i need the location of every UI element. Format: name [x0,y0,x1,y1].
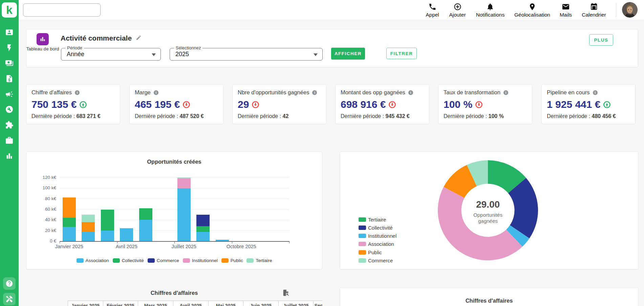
bar-segment-association-fevrier[interactable] [82,232,95,241]
user-avatar[interactable] [622,2,638,18]
periode-select[interactable]: Période Année [61,48,161,61]
invoice-icon [5,74,14,83]
gridline [60,188,289,188]
sidebar-item-bolt[interactable] [0,40,19,55]
x-axis-tick-label: Avril 2025 [103,244,150,249]
sidebar-item-briefcase[interactable] [0,133,19,148]
donut-legend-item-collectivite[interactable]: Collectivité [359,225,393,230]
sidebar-item-invoice[interactable] [0,71,19,86]
help-icon [5,280,13,287]
kpi-card-1: Chiffre d'affairesi750 135 €Dernière pér… [26,84,120,124]
legend-label: Commerce [157,258,179,263]
year-select[interactable]: Sélectionnez 2025 [170,48,323,61]
legend-swatch [359,250,366,255]
export-file-icon[interactable] [282,289,289,298]
topbar-action-geolocalisation[interactable]: Géolocalisation [514,3,550,18]
sidebar-item-bar-chart[interactable] [0,148,19,164]
bar-segment-association-mars[interactable] [101,231,114,241]
legend-label: Collectivité [368,225,393,231]
plus-button[interactable]: PLUS [589,34,613,46]
topbar-action-notifications[interactable]: Notifications [476,3,505,18]
kpi-previous-value: 487 520 € [180,113,204,119]
donut-legend-item-association[interactable]: Association [359,242,394,246]
y-axis-tick-label: 20 k€ [36,228,56,233]
handyman-icon [5,295,13,303]
topbar-action-calendrier[interactable]: Calendrier [582,3,606,18]
topbar-action-mails[interactable]: Mails [560,3,572,18]
bar-segment-association-janvier[interactable] [63,227,76,241]
bar-segment-collectivite-mars[interactable] [101,210,114,231]
bar-segment-association-avril[interactable] [120,228,133,241]
revenue-table: Janvier 2025Février 2025Mars 2025Avril 2… [68,301,322,306]
legend-item-collectivite[interactable]: Collectivité [113,258,144,263]
sidebar-item-payments[interactable] [0,55,19,71]
sidebar-item-extension[interactable] [0,117,19,133]
topbar-action-appel[interactable]: Appel [426,3,439,18]
info-icon[interactable]: i [408,90,413,95]
y-axis-tick-label: 0 € [36,238,56,243]
trend-down-icon [183,101,190,109]
kpi-value: 750 135 € [31,99,87,110]
info-icon[interactable]: i [75,90,80,95]
kpi-label: Nbre d'opportunités gagnéesi [238,89,317,96]
legend-label: Tertiaire [368,217,386,222]
trend-up-icon [79,101,87,109]
legend-swatch [246,258,254,263]
bar-segment-collectivite-janvier[interactable] [63,218,76,227]
bar-segment-public-fevrier[interactable] [82,222,95,232]
afficher-button[interactable]: AFFICHER [331,48,365,60]
bell-icon [486,3,494,11]
kpi-previous-label: Dernière période : [341,113,386,119]
bar-segment-association-mai[interactable] [139,220,152,241]
bar-chart-icon [5,152,14,160]
kpi-previous-period: Dernière période : 42 [238,113,288,119]
info-icon[interactable]: i [154,90,158,95]
bar-segment-association-juillet[interactable] [177,188,191,241]
info-icon[interactable]: i [312,90,317,95]
topbar-action-ajouter[interactable]: Ajouter [449,3,466,18]
sidebar-item-help[interactable] [3,277,16,290]
table-column-header: Juillet 2025 [278,301,314,306]
info-icon[interactable]: i [503,90,508,95]
search-input[interactable] [27,4,100,16]
donut-legend-item-commerce[interactable]: Commerce [359,258,393,263]
legend-item-public[interactable]: Public [221,258,243,263]
bar-chart-title: Opportunités créées [26,159,322,165]
info-icon[interactable]: i [593,90,598,95]
bar-segment-institutionnel-juillet[interactable] [177,179,191,188]
kpi-label-text: Chiffre d'affaires [31,89,72,96]
kpi-label: Margei [135,89,158,96]
sidebar-item-build-circle[interactable] [0,101,19,117]
sidebar-item-contacts[interactable] [0,24,19,40]
legend-item-commerce[interactable]: Commerce [148,258,179,263]
legend-item-institutionnel[interactable]: Institutionnel [183,258,218,263]
legend-label: Tertiaire [256,258,272,263]
bar-chart-plot [60,178,289,241]
filtrer-button[interactable]: FILTRER [386,48,417,59]
bar-segment-tertiaire-juillet[interactable] [177,178,191,179]
legend-swatch [77,258,84,263]
y-axis-tick-label: 80 k€ [36,196,56,201]
bar-segment-tertiaire-fevrier[interactable] [82,215,95,222]
sidebar-item-campaign[interactable] [0,86,19,102]
bar-segment-collectivite-mai[interactable] [139,208,152,220]
donut-center: 29.00 Opportunitésgagnées [454,199,522,224]
donut-legend-item-tertiaire[interactable]: Tertiaire [359,217,386,222]
legend-item-tertiaire[interactable]: Tertiaire [246,258,272,263]
bar-segment-association-aout[interactable] [196,232,210,241]
brand-logo[interactable]: k [2,2,17,18]
legend-item-association[interactable]: Association [77,258,109,263]
sidebar-item-handyman[interactable] [3,293,16,305]
search-box[interactable] [23,3,101,17]
edit-pencil-icon[interactable] [136,34,142,42]
bar-segment-commerce-aout[interactable] [196,215,210,226]
bar-segment-public-janvier[interactable] [63,197,76,218]
donut-legend-item-public[interactable]: Public [359,250,382,255]
bar-segment-collectivite-aout[interactable] [196,226,210,232]
trend-down-icon [475,101,483,109]
year-select-label: Sélectionnez [174,46,202,50]
donut-legend-item-institutionnel[interactable]: Institutionnel [359,234,396,238]
donut-center-label-line: Opportunités [454,212,522,218]
add-circle-icon [453,3,461,11]
kpi-label: Pipeline en coursi [547,89,598,96]
